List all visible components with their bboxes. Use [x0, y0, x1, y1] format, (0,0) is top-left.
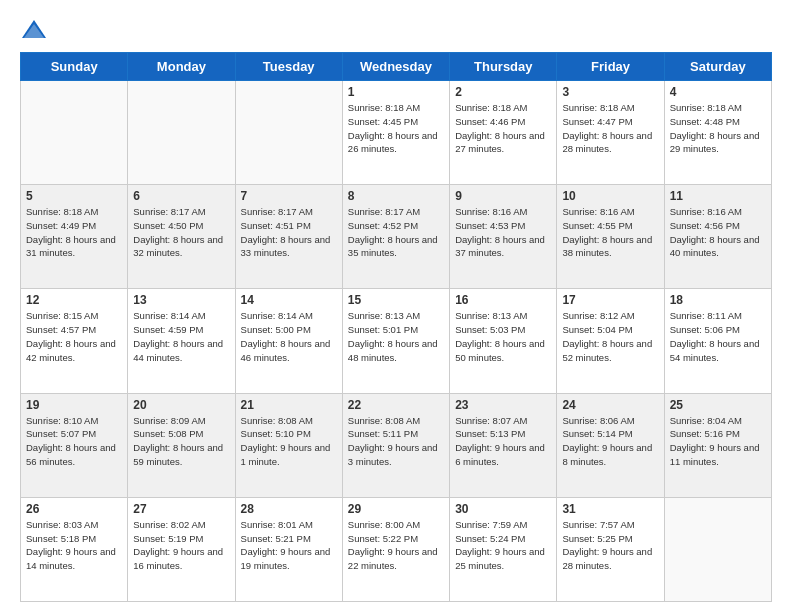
calendar-cell: 27Sunrise: 8:02 AMSunset: 5:19 PMDayligh…: [128, 497, 235, 601]
calendar-cell: 28Sunrise: 8:01 AMSunset: 5:21 PMDayligh…: [235, 497, 342, 601]
day-info: Sunrise: 8:18 AMSunset: 4:46 PMDaylight:…: [455, 101, 551, 156]
calendar-cell: 10Sunrise: 8:16 AMSunset: 4:55 PMDayligh…: [557, 185, 664, 289]
day-number: 4: [670, 85, 766, 99]
weekday-header-sunday: Sunday: [21, 53, 128, 81]
calendar-cell: 18Sunrise: 8:11 AMSunset: 5:06 PMDayligh…: [664, 289, 771, 393]
day-info: Sunrise: 8:09 AMSunset: 5:08 PMDaylight:…: [133, 414, 229, 469]
calendar-cell: 22Sunrise: 8:08 AMSunset: 5:11 PMDayligh…: [342, 393, 449, 497]
weekday-header-saturday: Saturday: [664, 53, 771, 81]
day-info: Sunrise: 8:18 AMSunset: 4:48 PMDaylight:…: [670, 101, 766, 156]
calendar-cell: 26Sunrise: 8:03 AMSunset: 5:18 PMDayligh…: [21, 497, 128, 601]
calendar-week-5: 26Sunrise: 8:03 AMSunset: 5:18 PMDayligh…: [21, 497, 772, 601]
page: SundayMondayTuesdayWednesdayThursdayFrid…: [0, 0, 792, 612]
day-info: Sunrise: 8:16 AMSunset: 4:55 PMDaylight:…: [562, 205, 658, 260]
weekday-header-friday: Friday: [557, 53, 664, 81]
day-info: Sunrise: 8:18 AMSunset: 4:45 PMDaylight:…: [348, 101, 444, 156]
calendar-week-2: 5Sunrise: 8:18 AMSunset: 4:49 PMDaylight…: [21, 185, 772, 289]
calendar-cell: 5Sunrise: 8:18 AMSunset: 4:49 PMDaylight…: [21, 185, 128, 289]
day-info: Sunrise: 8:13 AMSunset: 5:01 PMDaylight:…: [348, 309, 444, 364]
weekday-header-tuesday: Tuesday: [235, 53, 342, 81]
day-info: Sunrise: 8:17 AMSunset: 4:51 PMDaylight:…: [241, 205, 337, 260]
day-info: Sunrise: 8:08 AMSunset: 5:11 PMDaylight:…: [348, 414, 444, 469]
calendar-cell: 2Sunrise: 8:18 AMSunset: 4:46 PMDaylight…: [450, 81, 557, 185]
day-number: 12: [26, 293, 122, 307]
day-info: Sunrise: 8:02 AMSunset: 5:19 PMDaylight:…: [133, 518, 229, 573]
day-number: 31: [562, 502, 658, 516]
day-info: Sunrise: 8:14 AMSunset: 5:00 PMDaylight:…: [241, 309, 337, 364]
calendar-table: SundayMondayTuesdayWednesdayThursdayFrid…: [20, 52, 772, 602]
calendar-week-3: 12Sunrise: 8:15 AMSunset: 4:57 PMDayligh…: [21, 289, 772, 393]
day-number: 17: [562, 293, 658, 307]
day-number: 8: [348, 189, 444, 203]
day-number: 13: [133, 293, 229, 307]
calendar-cell: 7Sunrise: 8:17 AMSunset: 4:51 PMDaylight…: [235, 185, 342, 289]
day-info: Sunrise: 8:18 AMSunset: 4:47 PMDaylight:…: [562, 101, 658, 156]
calendar-cell: 16Sunrise: 8:13 AMSunset: 5:03 PMDayligh…: [450, 289, 557, 393]
day-number: 11: [670, 189, 766, 203]
day-info: Sunrise: 8:16 AMSunset: 4:56 PMDaylight:…: [670, 205, 766, 260]
weekday-header-row: SundayMondayTuesdayWednesdayThursdayFrid…: [21, 53, 772, 81]
calendar-cell: 29Sunrise: 8:00 AMSunset: 5:22 PMDayligh…: [342, 497, 449, 601]
day-info: Sunrise: 8:11 AMSunset: 5:06 PMDaylight:…: [670, 309, 766, 364]
calendar-cell: 30Sunrise: 7:59 AMSunset: 5:24 PMDayligh…: [450, 497, 557, 601]
weekday-header-wednesday: Wednesday: [342, 53, 449, 81]
calendar-cell: 9Sunrise: 8:16 AMSunset: 4:53 PMDaylight…: [450, 185, 557, 289]
calendar-cell: 6Sunrise: 8:17 AMSunset: 4:50 PMDaylight…: [128, 185, 235, 289]
day-number: 25: [670, 398, 766, 412]
day-info: Sunrise: 7:57 AMSunset: 5:25 PMDaylight:…: [562, 518, 658, 573]
calendar-cell: 4Sunrise: 8:18 AMSunset: 4:48 PMDaylight…: [664, 81, 771, 185]
calendar-cell: 20Sunrise: 8:09 AMSunset: 5:08 PMDayligh…: [128, 393, 235, 497]
calendar-cell: 15Sunrise: 8:13 AMSunset: 5:01 PMDayligh…: [342, 289, 449, 393]
logo-icon: [20, 16, 48, 44]
logo: [20, 16, 52, 44]
day-number: 20: [133, 398, 229, 412]
calendar-cell: 23Sunrise: 8:07 AMSunset: 5:13 PMDayligh…: [450, 393, 557, 497]
header: [20, 16, 772, 44]
day-number: 5: [26, 189, 122, 203]
day-number: 7: [241, 189, 337, 203]
calendar-cell: [664, 497, 771, 601]
day-info: Sunrise: 8:13 AMSunset: 5:03 PMDaylight:…: [455, 309, 551, 364]
day-info: Sunrise: 8:12 AMSunset: 5:04 PMDaylight:…: [562, 309, 658, 364]
day-number: 19: [26, 398, 122, 412]
day-info: Sunrise: 8:17 AMSunset: 4:52 PMDaylight:…: [348, 205, 444, 260]
day-number: 16: [455, 293, 551, 307]
calendar-cell: 3Sunrise: 8:18 AMSunset: 4:47 PMDaylight…: [557, 81, 664, 185]
calendar-cell: 13Sunrise: 8:14 AMSunset: 4:59 PMDayligh…: [128, 289, 235, 393]
day-number: 23: [455, 398, 551, 412]
day-info: Sunrise: 8:16 AMSunset: 4:53 PMDaylight:…: [455, 205, 551, 260]
calendar-cell: 11Sunrise: 8:16 AMSunset: 4:56 PMDayligh…: [664, 185, 771, 289]
day-number: 28: [241, 502, 337, 516]
calendar-cell: 19Sunrise: 8:10 AMSunset: 5:07 PMDayligh…: [21, 393, 128, 497]
day-info: Sunrise: 8:04 AMSunset: 5:16 PMDaylight:…: [670, 414, 766, 469]
calendar-cell: 8Sunrise: 8:17 AMSunset: 4:52 PMDaylight…: [342, 185, 449, 289]
day-info: Sunrise: 8:01 AMSunset: 5:21 PMDaylight:…: [241, 518, 337, 573]
weekday-header-thursday: Thursday: [450, 53, 557, 81]
calendar-cell: 31Sunrise: 7:57 AMSunset: 5:25 PMDayligh…: [557, 497, 664, 601]
day-number: 2: [455, 85, 551, 99]
day-info: Sunrise: 8:07 AMSunset: 5:13 PMDaylight:…: [455, 414, 551, 469]
day-info: Sunrise: 8:15 AMSunset: 4:57 PMDaylight:…: [26, 309, 122, 364]
day-number: 26: [26, 502, 122, 516]
day-info: Sunrise: 8:06 AMSunset: 5:14 PMDaylight:…: [562, 414, 658, 469]
day-number: 14: [241, 293, 337, 307]
calendar-cell: 21Sunrise: 8:08 AMSunset: 5:10 PMDayligh…: [235, 393, 342, 497]
day-number: 9: [455, 189, 551, 203]
day-number: 10: [562, 189, 658, 203]
day-number: 29: [348, 502, 444, 516]
calendar-cell: 12Sunrise: 8:15 AMSunset: 4:57 PMDayligh…: [21, 289, 128, 393]
day-info: Sunrise: 8:10 AMSunset: 5:07 PMDaylight:…: [26, 414, 122, 469]
calendar-cell: [21, 81, 128, 185]
day-info: Sunrise: 8:00 AMSunset: 5:22 PMDaylight:…: [348, 518, 444, 573]
day-number: 1: [348, 85, 444, 99]
day-number: 6: [133, 189, 229, 203]
calendar-cell: 14Sunrise: 8:14 AMSunset: 5:00 PMDayligh…: [235, 289, 342, 393]
calendar-cell: 24Sunrise: 8:06 AMSunset: 5:14 PMDayligh…: [557, 393, 664, 497]
day-number: 15: [348, 293, 444, 307]
calendar-cell: [128, 81, 235, 185]
calendar-week-1: 1Sunrise: 8:18 AMSunset: 4:45 PMDaylight…: [21, 81, 772, 185]
day-number: 22: [348, 398, 444, 412]
weekday-header-monday: Monday: [128, 53, 235, 81]
day-info: Sunrise: 8:08 AMSunset: 5:10 PMDaylight:…: [241, 414, 337, 469]
day-number: 18: [670, 293, 766, 307]
